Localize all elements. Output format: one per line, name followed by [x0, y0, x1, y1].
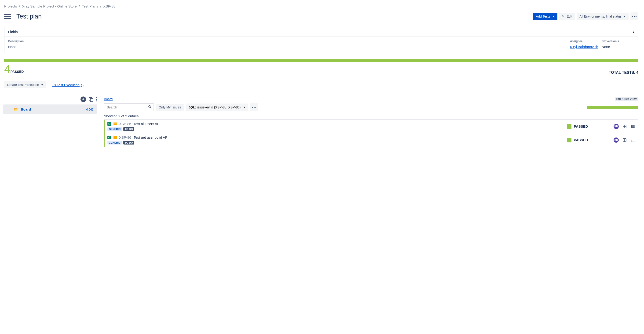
test-row[interactable]: XSP-86 Test get user by id API GENERIC T…: [104, 133, 638, 147]
chevron-down-icon: ▼: [552, 15, 554, 18]
status-text: PASSED: [574, 138, 588, 142]
edit-label: Edit: [566, 15, 572, 18]
dots-icon: [252, 107, 256, 108]
breadcrumb-issue-key[interactable]: XSP-88: [103, 4, 115, 8]
svg-point-9: [631, 126, 632, 127]
test-summary: Test all users API: [134, 122, 160, 126]
breadcrumb-project-name[interactable]: Xray Sample Project - Online Store: [22, 4, 76, 8]
add-tests-label: Add Tests: [536, 15, 550, 18]
test-executions-link[interactable]: 18 Test Execution(s): [52, 83, 84, 87]
status-text: PASSED: [574, 124, 588, 128]
status-color: [567, 138, 572, 142]
breadcrumb-sep: /: [79, 4, 80, 8]
showing-entries: Showing 2 of 2 entries: [104, 114, 638, 118]
tree-board-label: Board: [21, 107, 31, 111]
jql-value: issuekey in (XSP-85, XSP-86): [196, 105, 241, 109]
passed-count: 4: [4, 64, 10, 75]
svg-point-0: [148, 106, 151, 108]
dots-icon: [632, 16, 636, 17]
grid-view-icon[interactable]: [622, 124, 627, 129]
svg-point-19: [631, 141, 632, 141]
fixversion-value: None: [602, 45, 634, 49]
test-type-badge: GENERIC: [108, 127, 122, 131]
fields-panel-header[interactable]: Fields ▴: [4, 27, 638, 37]
breadcrumb-sep: /: [19, 4, 20, 8]
hamburger-icon[interactable]: [4, 14, 11, 19]
breadcrumb-test-plans[interactable]: Test Plans: [82, 4, 98, 8]
description-value: None: [8, 45, 570, 49]
header: Test plan Add Tests ▼ ✎ Edit All Environ…: [4, 13, 638, 20]
passed-label: PASSED: [10, 70, 24, 74]
edit-button[interactable]: ✎ Edit: [559, 13, 575, 20]
list-view-icon[interactable]: [630, 138, 636, 143]
svg-point-10: [631, 127, 632, 128]
chevron-down-icon: ▼: [243, 106, 246, 109]
svg-line-1: [150, 108, 152, 108]
workflow-badge: TO DO: [123, 127, 134, 131]
test-row[interactable]: XSP-85 Test all users API GENERIC TO DO …: [104, 119, 638, 133]
filter-more-button[interactable]: [250, 103, 258, 111]
add-tests-button[interactable]: Add Tests ▼: [533, 13, 558, 20]
fields-panel: Fields ▴ Description None Assignee Kiryl…: [4, 27, 638, 53]
jql-label: JQL:: [188, 105, 196, 109]
tree-item-board[interactable]: 📂 Board 4 (4): [3, 105, 97, 114]
assignee-avatar[interactable]: KB: [614, 138, 619, 143]
add-folder-button[interactable]: +: [80, 97, 86, 102]
svg-point-8: [631, 125, 632, 126]
folder-icon: 📂: [14, 107, 18, 112]
test-key: XSP-85: [119, 122, 131, 126]
assignee-value[interactable]: Kiryl Bahdanovich: [570, 45, 602, 49]
test-type-badge: GENERIC: [108, 141, 122, 145]
only-my-issues-button[interactable]: Only My Issues: [156, 104, 184, 111]
svg-point-17: [631, 139, 632, 139]
create-test-execution-button[interactable]: Create Test Execution ▼: [4, 81, 46, 88]
board-breadcrumb[interactable]: Board: [104, 97, 112, 101]
breadcrumb-sep: /: [100, 4, 101, 8]
tree-more-button[interactable]: [96, 97, 97, 101]
priority-icon: [114, 123, 117, 125]
progress-bar: [4, 59, 638, 62]
tree-pane: + 📂 Board 4 (4): [0, 94, 101, 147]
test-type-icon: [108, 122, 111, 126]
copy-icon[interactable]: [89, 97, 93, 101]
more-actions-button[interactable]: [630, 13, 638, 20]
search-input[interactable]: [104, 103, 154, 111]
create-exec-label: Create Test Execution: [7, 83, 39, 87]
priority-icon: [114, 136, 117, 139]
description-label: Description: [8, 40, 570, 43]
workflow-badge: TO DO: [123, 141, 134, 145]
page-title: Test plan: [16, 13, 42, 20]
breadcrumb: Projects / Xray Sample Project - Online …: [4, 4, 638, 8]
grid-view-icon[interactable]: [622, 138, 627, 143]
test-type-icon: [108, 136, 111, 139]
test-summary: Test get user by id API: [134, 135, 168, 139]
list-view-icon[interactable]: [630, 124, 636, 129]
fixversion-label: Fix Version/s: [602, 40, 634, 43]
jql-filter-button[interactable]: JQL: issuekey in (XSP-85, XSP-86) ▼: [186, 104, 248, 111]
assignee-label: Assignee: [570, 40, 602, 43]
environments-label: All Environments, final status: [580, 15, 622, 18]
fields-title: Fields: [8, 30, 18, 34]
svg-point-18: [631, 140, 632, 140]
chevron-down-icon: ▼: [624, 15, 626, 18]
breadcrumb-projects[interactable]: Projects: [4, 4, 17, 8]
content-pane: Board FOLDERS VIEW Only My Issues JQL: i…: [101, 94, 644, 147]
assignee-avatar[interactable]: KB: [614, 124, 619, 129]
status-color: [567, 124, 572, 129]
tree-board-count: 4 (4): [86, 107, 93, 111]
search-icon: [148, 105, 152, 110]
folders-view-badge: FOLDERS VIEW: [615, 97, 638, 101]
environments-dropdown[interactable]: All Environments, final status ▼: [576, 13, 629, 20]
only-my-label: Only My Issues: [159, 105, 181, 109]
pencil-icon: ✎: [562, 15, 565, 18]
chevron-up-icon: ▴: [633, 31, 634, 34]
total-tests: TOTAL TESTS: 4: [609, 71, 638, 75]
test-key: XSP-86: [119, 135, 131, 139]
mini-progress-bar: [587, 106, 638, 109]
chevron-down-icon: ▼: [41, 83, 44, 86]
